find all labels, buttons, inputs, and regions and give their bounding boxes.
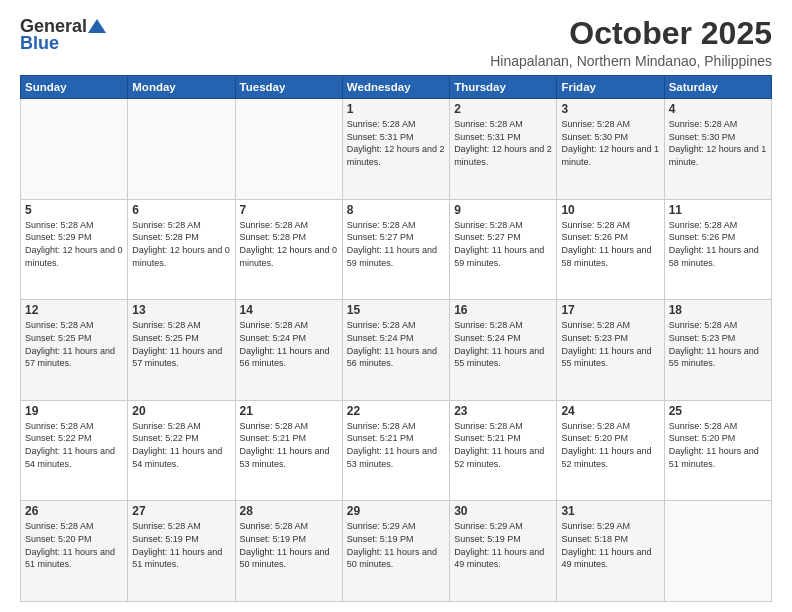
calendar-cell: 23Sunrise: 5:28 AMSunset: 5:21 PMDayligh… <box>450 400 557 501</box>
day-number: 13 <box>132 303 230 317</box>
calendar-cell: 6Sunrise: 5:28 AMSunset: 5:28 PMDaylight… <box>128 199 235 300</box>
header-monday: Monday <box>128 76 235 99</box>
day-info: Sunrise: 5:28 AMSunset: 5:23 PMDaylight:… <box>669 319 767 369</box>
calendar-cell: 16Sunrise: 5:28 AMSunset: 5:24 PMDayligh… <box>450 300 557 401</box>
calendar-cell: 3Sunrise: 5:28 AMSunset: 5:30 PMDaylight… <box>557 99 664 200</box>
day-info: Sunrise: 5:28 AMSunset: 5:28 PMDaylight:… <box>240 219 338 269</box>
calendar-cell: 15Sunrise: 5:28 AMSunset: 5:24 PMDayligh… <box>342 300 449 401</box>
day-info: Sunrise: 5:29 AMSunset: 5:19 PMDaylight:… <box>347 520 445 570</box>
day-number: 8 <box>347 203 445 217</box>
logo-blue: Blue <box>20 33 59 54</box>
day-number: 23 <box>454 404 552 418</box>
calendar-cell: 1Sunrise: 5:28 AMSunset: 5:31 PMDaylight… <box>342 99 449 200</box>
calendar-cell: 31Sunrise: 5:29 AMSunset: 5:18 PMDayligh… <box>557 501 664 602</box>
day-number: 16 <box>454 303 552 317</box>
day-info: Sunrise: 5:28 AMSunset: 5:25 PMDaylight:… <box>132 319 230 369</box>
calendar-cell: 11Sunrise: 5:28 AMSunset: 5:26 PMDayligh… <box>664 199 771 300</box>
page: General Blue October 2025 Hinapalanan, N… <box>0 0 792 612</box>
day-info: Sunrise: 5:28 AMSunset: 5:23 PMDaylight:… <box>561 319 659 369</box>
calendar-cell <box>664 501 771 602</box>
day-number: 30 <box>454 504 552 518</box>
header-thursday: Thursday <box>450 76 557 99</box>
day-number: 1 <box>347 102 445 116</box>
calendar-cell: 10Sunrise: 5:28 AMSunset: 5:26 PMDayligh… <box>557 199 664 300</box>
calendar-cell: 13Sunrise: 5:28 AMSunset: 5:25 PMDayligh… <box>128 300 235 401</box>
calendar-cell: 29Sunrise: 5:29 AMSunset: 5:19 PMDayligh… <box>342 501 449 602</box>
calendar-cell: 22Sunrise: 5:28 AMSunset: 5:21 PMDayligh… <box>342 400 449 501</box>
logo-icon <box>88 19 106 33</box>
day-number: 25 <box>669 404 767 418</box>
calendar-cell <box>21 99 128 200</box>
day-number: 24 <box>561 404 659 418</box>
calendar-cell: 21Sunrise: 5:28 AMSunset: 5:21 PMDayligh… <box>235 400 342 501</box>
day-info: Sunrise: 5:28 AMSunset: 5:30 PMDaylight:… <box>561 118 659 168</box>
calendar-cell: 30Sunrise: 5:29 AMSunset: 5:19 PMDayligh… <box>450 501 557 602</box>
day-info: Sunrise: 5:28 AMSunset: 5:26 PMDaylight:… <box>669 219 767 269</box>
calendar-cell: 5Sunrise: 5:28 AMSunset: 5:29 PMDaylight… <box>21 199 128 300</box>
day-number: 7 <box>240 203 338 217</box>
calendar-cell: 14Sunrise: 5:28 AMSunset: 5:24 PMDayligh… <box>235 300 342 401</box>
day-info: Sunrise: 5:28 AMSunset: 5:30 PMDaylight:… <box>669 118 767 168</box>
location-title: Hinapalanan, Northern Mindanao, Philippi… <box>490 53 772 69</box>
day-info: Sunrise: 5:28 AMSunset: 5:28 PMDaylight:… <box>132 219 230 269</box>
day-number: 17 <box>561 303 659 317</box>
day-number: 21 <box>240 404 338 418</box>
day-info: Sunrise: 5:28 AMSunset: 5:31 PMDaylight:… <box>347 118 445 168</box>
day-number: 10 <box>561 203 659 217</box>
svg-marker-0 <box>88 19 106 33</box>
day-number: 2 <box>454 102 552 116</box>
day-number: 3 <box>561 102 659 116</box>
day-number: 26 <box>25 504 123 518</box>
calendar-cell <box>128 99 235 200</box>
title-block: October 2025 Hinapalanan, Northern Minda… <box>490 16 772 69</box>
calendar-cell: 7Sunrise: 5:28 AMSunset: 5:28 PMDaylight… <box>235 199 342 300</box>
day-info: Sunrise: 5:28 AMSunset: 5:27 PMDaylight:… <box>454 219 552 269</box>
day-number: 31 <box>561 504 659 518</box>
calendar-week-row-1: 5Sunrise: 5:28 AMSunset: 5:29 PMDaylight… <box>21 199 772 300</box>
day-number: 15 <box>347 303 445 317</box>
calendar-header-row: Sunday Monday Tuesday Wednesday Thursday… <box>21 76 772 99</box>
day-info: Sunrise: 5:29 AMSunset: 5:19 PMDaylight:… <box>454 520 552 570</box>
day-info: Sunrise: 5:28 AMSunset: 5:26 PMDaylight:… <box>561 219 659 269</box>
day-info: Sunrise: 5:28 AMSunset: 5:24 PMDaylight:… <box>454 319 552 369</box>
day-info: Sunrise: 5:28 AMSunset: 5:21 PMDaylight:… <box>347 420 445 470</box>
calendar-cell: 12Sunrise: 5:28 AMSunset: 5:25 PMDayligh… <box>21 300 128 401</box>
month-title: October 2025 <box>490 16 772 51</box>
calendar-cell: 27Sunrise: 5:28 AMSunset: 5:19 PMDayligh… <box>128 501 235 602</box>
day-info: Sunrise: 5:28 AMSunset: 5:24 PMDaylight:… <box>347 319 445 369</box>
header-tuesday: Tuesday <box>235 76 342 99</box>
day-number: 29 <box>347 504 445 518</box>
day-number: 18 <box>669 303 767 317</box>
day-number: 28 <box>240 504 338 518</box>
day-number: 14 <box>240 303 338 317</box>
day-number: 9 <box>454 203 552 217</box>
calendar-cell: 25Sunrise: 5:28 AMSunset: 5:20 PMDayligh… <box>664 400 771 501</box>
day-info: Sunrise: 5:28 AMSunset: 5:20 PMDaylight:… <box>25 520 123 570</box>
calendar-table: Sunday Monday Tuesday Wednesday Thursday… <box>20 75 772 602</box>
header-wednesday: Wednesday <box>342 76 449 99</box>
day-info: Sunrise: 5:28 AMSunset: 5:20 PMDaylight:… <box>561 420 659 470</box>
header-saturday: Saturday <box>664 76 771 99</box>
calendar-cell: 8Sunrise: 5:28 AMSunset: 5:27 PMDaylight… <box>342 199 449 300</box>
day-info: Sunrise: 5:28 AMSunset: 5:19 PMDaylight:… <box>132 520 230 570</box>
calendar-cell: 19Sunrise: 5:28 AMSunset: 5:22 PMDayligh… <box>21 400 128 501</box>
calendar-cell: 20Sunrise: 5:28 AMSunset: 5:22 PMDayligh… <box>128 400 235 501</box>
calendar-week-row-2: 12Sunrise: 5:28 AMSunset: 5:25 PMDayligh… <box>21 300 772 401</box>
day-info: Sunrise: 5:28 AMSunset: 5:31 PMDaylight:… <box>454 118 552 168</box>
header-friday: Friday <box>557 76 664 99</box>
day-info: Sunrise: 5:28 AMSunset: 5:19 PMDaylight:… <box>240 520 338 570</box>
day-number: 20 <box>132 404 230 418</box>
day-number: 22 <box>347 404 445 418</box>
day-number: 6 <box>132 203 230 217</box>
calendar-cell: 24Sunrise: 5:28 AMSunset: 5:20 PMDayligh… <box>557 400 664 501</box>
logo: General Blue <box>20 16 106 54</box>
day-number: 4 <box>669 102 767 116</box>
header: General Blue October 2025 Hinapalanan, N… <box>20 16 772 69</box>
day-info: Sunrise: 5:28 AMSunset: 5:22 PMDaylight:… <box>25 420 123 470</box>
header-sunday: Sunday <box>21 76 128 99</box>
day-number: 12 <box>25 303 123 317</box>
calendar-week-row-0: 1Sunrise: 5:28 AMSunset: 5:31 PMDaylight… <box>21 99 772 200</box>
calendar-cell: 26Sunrise: 5:28 AMSunset: 5:20 PMDayligh… <box>21 501 128 602</box>
day-info: Sunrise: 5:28 AMSunset: 5:21 PMDaylight:… <box>240 420 338 470</box>
day-info: Sunrise: 5:28 AMSunset: 5:20 PMDaylight:… <box>669 420 767 470</box>
